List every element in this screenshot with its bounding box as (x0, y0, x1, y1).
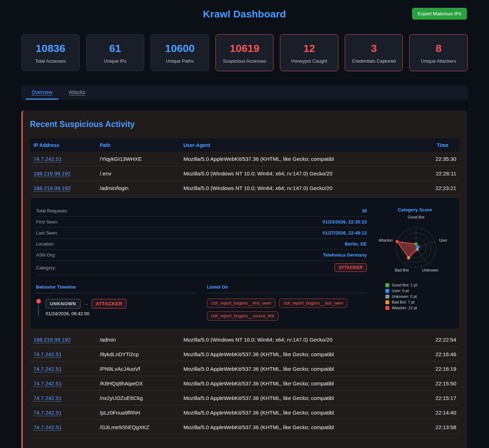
stat-value: 10600 (153, 42, 207, 54)
detail-field-row: ASN Org: Telefonica Germany (36, 250, 367, 261)
table-header-row: IP Address Path User-Agent Time (30, 138, 460, 152)
section-title: Recent Suspicious Activity (30, 120, 460, 129)
timeline-dot-icon (36, 299, 41, 304)
behavior-timeline-section: Behavior Timeline UNKNOWN → (36, 284, 196, 321)
tab-overview[interactable]: Overview (26, 85, 58, 100)
stat-label: Honeypot Caught (282, 58, 336, 64)
table-row[interactable]: 74.7.242.51 /K8HQq9hAipeDX Mozilla/5.0 A… (30, 376, 460, 391)
radar-legend-item: Bad Bot: 7 pt (385, 300, 454, 304)
time-cell: 22:16:46 (417, 351, 456, 357)
detail-field-value: Berlin, DE (345, 241, 367, 247)
legend-label: Unknown: 0 pt (392, 294, 417, 299)
table-row[interactable]: 74.7.242.51 /PN9LvAcJ4uoVf Mozilla/5.0 A… (30, 362, 460, 376)
time-cell: 22:15:50 (417, 380, 456, 386)
detail-field-value: ATTACKER (334, 263, 367, 272)
table-row[interactable]: 74.7.242.51 /G3Lme9ShEQgXKZ Mozilla/5.0 … (30, 420, 460, 434)
user-agent-cell: Mozilla/5.0 AppleWebKit/537.36 (KHTML, l… (183, 366, 417, 372)
path-cell: /admin (100, 337, 183, 343)
ip-detail-fields: Total Requests: 39 First Seen: 01/23/202… (36, 206, 367, 275)
path-cell: /admin/login (100, 185, 183, 191)
user-agent-cell: Mozilla/5.0 AppleWebKit/537.36 (KHTML, l… (183, 380, 417, 386)
stat-label: Unique Attackers (412, 58, 465, 64)
category-score-section: Category Score Good BotUserUnknownBad Bo… (376, 206, 454, 321)
radar-chart-title: Category Score (376, 207, 454, 212)
listed-on-badge: cidr_report_bogons__source_link (207, 311, 279, 321)
ip-address-link[interactable]: 74.7.242.51 (33, 351, 62, 357)
table-row[interactable]: 74.7.242.51 /YiqykGI13WHXE Mozilla/5.0 A… (30, 152, 460, 166)
detail-field-label: Location: (36, 241, 55, 247)
svg-text:Bad Bot: Bad Bot (395, 268, 409, 272)
stat-value: 61 (89, 42, 142, 54)
svg-text:Good Bot: Good Bot (408, 215, 424, 219)
ip-address-link[interactable]: 74.7.242.51 (33, 380, 62, 386)
stat-value: 3 (347, 42, 401, 54)
detail-field-label: ASN Org: (36, 252, 56, 258)
table-row[interactable]: 188.218.99.192 /.env Mozilla/5.0 (Window… (30, 166, 460, 181)
detail-field-value: Telefonica Germany (323, 252, 367, 258)
ip-address-link[interactable]: 74.7.242.51 (33, 410, 62, 416)
legend-swatch-icon (385, 300, 389, 304)
path-cell: /K8HQq9hAipeDX (100, 380, 183, 386)
legend-swatch-icon (385, 283, 389, 287)
table-rows-after-detail: 188.218.99.192 /admin Mozilla/5.0 (Windo… (30, 332, 460, 434)
user-agent-cell: Mozilla/5.0 AppleWebKit/537.36 (KHTML, l… (183, 395, 417, 401)
table-row[interactable]: 188.218.99.192 /admin/login Mozilla/5.0 … (30, 181, 460, 195)
stat-value: 12 (282, 42, 336, 54)
ip-address-link[interactable]: 188.218.99.192 (33, 337, 71, 343)
user-agent-cell: Mozilla/5.0 AppleWebKit/537.36 (KHTML, l… (183, 424, 417, 430)
stat-card-suspicious-accesses: 10619 Suspicious Accesses (215, 34, 274, 71)
stat-label: Unique IPs (89, 58, 142, 64)
table-row[interactable]: 74.7.242.51 /8ykdLnDYTi2cp Mozilla/5.0 A… (30, 347, 460, 362)
stat-card-unique-ips: 61 Unique IPs (86, 34, 145, 71)
legend-label: Bad Bot: 7 pt (392, 300, 415, 304)
radar-legend-item: Attacker: 12 pt (385, 306, 454, 310)
time-cell: 22:13:58 (417, 424, 456, 430)
stat-value: 10836 (24, 42, 77, 54)
ip-address-link[interactable]: 188.218.99.192 (33, 170, 71, 176)
stat-value: 10619 (218, 42, 271, 54)
time-cell: 22:15:17 (417, 395, 456, 401)
ip-address-link[interactable]: 74.7.242.51 (33, 395, 62, 401)
detail-field-label: Total Requests: (36, 208, 68, 214)
ip-address-link[interactable]: 74.7.242.51 (33, 156, 62, 162)
listed-on-badge: cidr_report_bogons__last_seen (279, 299, 347, 308)
ip-address-link[interactable]: 188.218.99.192 (33, 185, 71, 191)
stat-card-credentials-captured: 3 Credentials Captured (345, 34, 403, 71)
timeline-stem (38, 305, 39, 316)
stat-card-honeypot-caught: 12 Honeypot Caught (280, 34, 338, 71)
legend-swatch-icon (385, 306, 389, 310)
radar-legend: Good Bot: 1 pt User: 0 pt Unknown: 0 pt … (385, 283, 454, 310)
ip-address-link[interactable]: 74.7.242.51 (33, 366, 62, 372)
recent-suspicious-activity-panel: Recent Suspicious Activity IP Address Pa… (21, 110, 467, 448)
arrow-right-icon: → (84, 301, 88, 306)
user-agent-cell: Mozilla/5.0 (Windows NT 10.0; Win64; x64… (183, 337, 417, 343)
table-row[interactable]: 74.7.242.51 /pLz0Fnua9fRhH Mozilla/5.0 A… (30, 405, 460, 420)
listed-on-section: Listed On cidr_report_bogons__first_seen… (207, 284, 367, 321)
detail-field-row: Last Seen: 01/27/2026, 22:48:12 (36, 228, 367, 239)
table-row[interactable]: 188.218.99.192 /admin Mozilla/5.0 (Windo… (30, 332, 460, 347)
col-header-ip-address: IP Address (33, 142, 100, 148)
export-malicious-ips-button[interactable]: Export Malicious IPs (412, 8, 467, 20)
legend-label: User: 0 pt (392, 289, 409, 293)
detail-field-value: 39 (362, 208, 367, 214)
legend-label: Good Bot: 1 pt (392, 283, 417, 287)
path-cell: /8ykdLnDYTi2cp (100, 351, 183, 357)
stat-label: Unique Paths (153, 58, 207, 64)
stat-label: Credentials Captured (347, 58, 401, 64)
krawl-dashboard-page: Krawl Dashboard Export Malicious IPs 108… (0, 0, 489, 448)
ip-address-link[interactable]: 74.7.242.51 (33, 424, 62, 430)
category-to-badge: ATTACKER (92, 299, 126, 309)
legend-label: Attacker: 12 pt (392, 306, 417, 310)
table-row[interactable]: 74.7.242.51 /nx2yUOZuE6Ckg Mozilla/5.0 A… (30, 391, 460, 405)
stat-card-unique-paths: 10600 Unique Paths (151, 34, 209, 71)
legend-swatch-icon (385, 289, 389, 293)
path-cell: /PN9LvAcJ4uoVf (100, 366, 183, 372)
tab-attacks[interactable]: Attacks (63, 85, 91, 100)
timeline-item: UNKNOWN → ATTACKER 01/24/2026, 09:42:00 (36, 299, 196, 316)
detail-field-label: First Seen: (36, 219, 58, 225)
time-cell: 22:26:11 (417, 170, 456, 176)
time-cell: 22:35:30 (417, 156, 456, 162)
time-cell: 22:16:19 (417, 366, 456, 372)
detail-field-value: 01/27/2026, 22:48:12 (323, 230, 367, 236)
legend-swatch-icon (385, 295, 389, 299)
